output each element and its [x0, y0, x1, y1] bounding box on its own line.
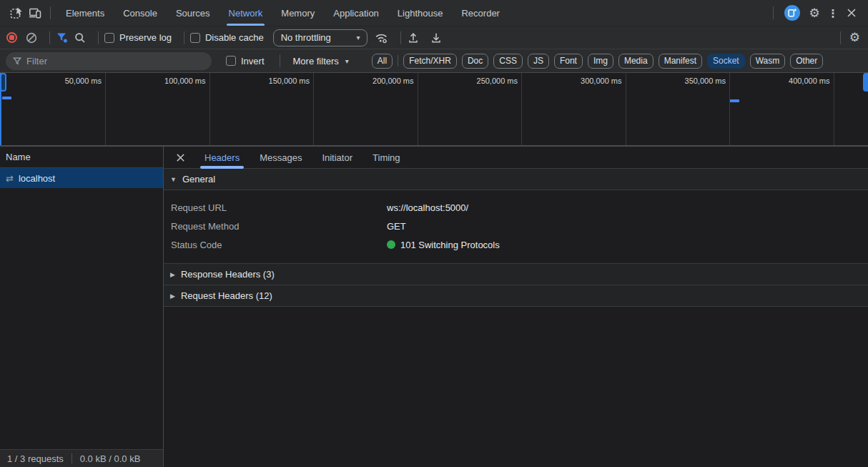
timeline-tick-label: 100,000 ms — [113, 77, 206, 85]
divider — [71, 453, 72, 463]
filter-chip-wasm[interactable]: Wasm — [750, 54, 786, 69]
kv-label: Request URL — [171, 202, 387, 213]
record-network-log-button[interactable] — [6, 32, 17, 43]
kv-row-request-method: Request Method GET — [164, 217, 868, 235]
network-conditions-icon — [375, 31, 388, 44]
clear-network-log-button[interactable] — [26, 32, 37, 44]
filter-input-wrapper — [6, 52, 212, 70]
transferred-size: 0.0 kB / 0.0 kB — [80, 453, 141, 464]
websocket-icon: ⇄ — [6, 173, 14, 184]
tab-lighthouse[interactable]: Lighthouse — [388, 0, 453, 26]
section-general[interactable]: ▼ General — [164, 169, 868, 190]
export-har-button[interactable] — [430, 31, 443, 44]
inspect-element-icon[interactable] — [7, 4, 26, 22]
kv-value: GET — [387, 221, 406, 232]
timeline-overview[interactable]: 50,000 ms100,000 ms150,000 ms200,000 ms2… — [0, 73, 868, 147]
overview-left-handle[interactable] — [0, 73, 6, 92]
requests-empty-area — [0, 188, 163, 449]
network-toolbar: Preserve log Disable cache No throttling… — [0, 26, 868, 49]
filter-chip-other[interactable]: Other — [790, 54, 823, 69]
download-icon — [430, 31, 443, 44]
timeline-tick-label: 350,000 ms — [633, 77, 726, 85]
divider — [398, 55, 398, 67]
tab-timing[interactable]: Timing — [363, 147, 410, 169]
funnel-icon — [56, 31, 68, 44]
device-toolbar-icon[interactable] — [26, 4, 44, 22]
network-settings-button[interactable]: ⚙ — [849, 31, 860, 44]
kv-label: Status Code — [171, 240, 387, 250]
search-button[interactable] — [74, 32, 86, 44]
triangle-down-icon: ▼ — [170, 176, 177, 183]
filter-chip-socket[interactable]: Socket — [707, 54, 745, 69]
close-devtools-icon[interactable] — [842, 4, 861, 22]
filter-chip-js[interactable]: JS — [528, 54, 549, 69]
request-row-localhost[interactable]: ⇄ localhost — [0, 168, 163, 188]
filter-input[interactable] — [26, 56, 204, 67]
invert-checkbox[interactable]: Invert — [226, 56, 265, 67]
network-filterbar: Invert More filters ▾ All Fetch/XHR Doc … — [0, 49, 868, 73]
filter-chip-all[interactable]: All — [372, 54, 393, 69]
disable-cache-checkbox[interactable]: Disable cache — [190, 32, 264, 43]
divider — [49, 31, 50, 44]
timeline-tick-label: 300,000 ms — [529, 77, 622, 85]
timeline-gridline — [418, 73, 418, 145]
status-success-dot — [387, 240, 395, 249]
extension-icon[interactable] — [784, 5, 800, 21]
divider — [400, 31, 401, 44]
preserve-log-checkbox[interactable]: Preserve log — [104, 32, 172, 43]
tabbar-right-controls: ⚙ ⋮ — [767, 4, 868, 22]
settings-gear-icon[interactable]: ⚙ — [805, 4, 824, 22]
column-header-name[interactable]: Name — [0, 147, 163, 168]
timeline-gridline — [626, 73, 626, 145]
tab-application[interactable]: Application — [324, 0, 388, 26]
network-statusbar: 1 / 3 requests 0.0 kB / 0.0 kB — [0, 449, 163, 467]
section-title: Request Headers (12) — [181, 290, 272, 301]
section-title: Response Headers (3) — [181, 269, 275, 280]
tab-headers[interactable]: Headers — [194, 147, 250, 169]
import-har-button[interactable] — [407, 31, 420, 44]
section-response-headers[interactable]: ▶ Response Headers (3) — [164, 264, 868, 285]
timeline-gridline — [521, 73, 522, 145]
kebab-menu-icon[interactable]: ⋮ — [824, 4, 842, 22]
kv-row-status-code: Status Code 101 Switching Protocols — [164, 235, 868, 254]
filter-chip-manifest[interactable]: Manifest — [659, 54, 702, 69]
tab-console[interactable]: Console — [114, 0, 167, 26]
filter-chip-font[interactable]: Font — [554, 54, 583, 69]
divider — [98, 31, 99, 44]
divider — [840, 31, 841, 44]
filter-chip-img[interactable]: Img — [588, 54, 613, 69]
section-request-headers[interactable]: ▶ Request Headers (12) — [164, 285, 868, 307]
close-icon — [176, 153, 185, 162]
timeline-gridline — [834, 73, 834, 145]
tab-sources[interactable]: Sources — [167, 0, 220, 26]
tab-initiator[interactable]: Initiator — [312, 147, 363, 169]
filter-toggle-button[interactable] — [56, 31, 68, 44]
more-filters-button[interactable]: More filters ▾ — [293, 56, 349, 67]
details-empty-area — [164, 307, 868, 467]
triangle-right-icon: ▶ — [170, 271, 175, 278]
tab-memory[interactable]: Memory — [272, 0, 324, 26]
chevron-down-icon: ▾ — [345, 57, 349, 65]
network-conditions-button[interactable] — [375, 31, 388, 44]
divider — [773, 6, 774, 19]
request-bar-late — [729, 99, 739, 102]
tab-elements[interactable]: Elements — [56, 0, 114, 26]
divider — [50, 6, 51, 19]
timeline-gridline — [313, 73, 314, 145]
kv-label: Request Method — [171, 221, 387, 232]
overview-right-handle[interactable] — [863, 73, 868, 92]
tab-recorder[interactable]: Recorder — [452, 0, 508, 26]
filter-chip-fetch-xhr[interactable]: Fetch/XHR — [403, 54, 457, 69]
funnel-icon — [13, 56, 21, 66]
throttling-select[interactable]: No throttling ▾ — [273, 29, 368, 46]
filter-chip-css[interactable]: CSS — [493, 54, 523, 69]
main-tabbar: Elements Console Sources Network Memory … — [0, 0, 868, 26]
timeline-gridline — [729, 73, 730, 145]
close-details-button[interactable] — [164, 153, 194, 162]
general-section-body: Request URL ws://localhost:5000/ Request… — [164, 190, 868, 264]
filter-chip-doc[interactable]: Doc — [462, 54, 488, 69]
tab-network[interactable]: Network — [220, 0, 272, 26]
filter-chip-media[interactable]: Media — [618, 54, 654, 69]
kv-value: 101 Switching Protocols — [387, 240, 500, 250]
tab-messages[interactable]: Messages — [250, 147, 312, 169]
